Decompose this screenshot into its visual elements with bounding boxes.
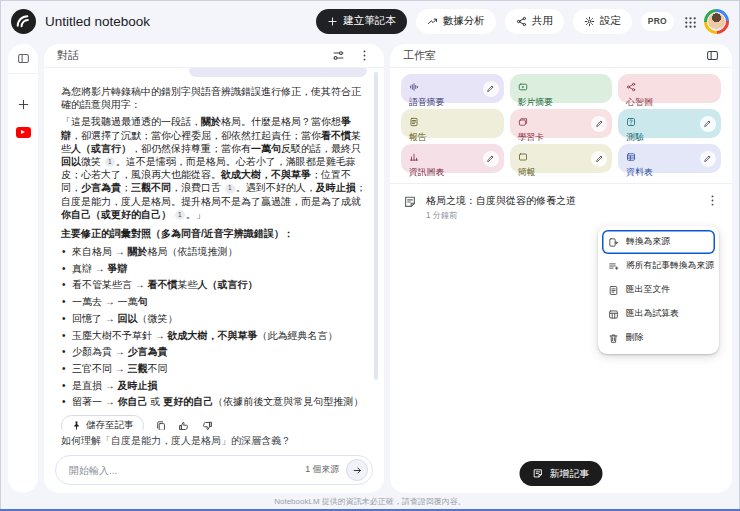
corrected-term: 關於	[128, 246, 148, 257]
kebab-icon	[706, 194, 719, 207]
correction-item: 看不管某些言 → 看不慣某些人（或言行）	[61, 278, 367, 291]
text-segment: ，卻選擇了沉默；當你心裡委屈，卻依然扛起責任；當你	[71, 130, 321, 141]
correction-item: 一萬去 → 一萬句	[61, 295, 367, 308]
studio-card-video-overview[interactable]: 影片摘要	[510, 74, 613, 103]
card-label: 資訊圖表	[409, 167, 496, 179]
create-notebook-button[interactable]: 建立筆記本	[316, 9, 407, 34]
add-source-icon[interactable]	[17, 98, 30, 111]
user-avatar[interactable]	[704, 9, 729, 34]
text-segment: 看不管某些言 →	[72, 279, 148, 290]
edit-audio-overview-button[interactable]	[483, 81, 499, 97]
pencil-icon	[595, 154, 604, 163]
avatar-photo	[707, 12, 726, 31]
chat-more-menu-icon[interactable]	[358, 49, 371, 62]
thumbs-down-button[interactable]	[201, 420, 213, 430]
edit-data-table-button[interactable]	[700, 151, 716, 167]
card-label: 簡報	[518, 167, 605, 179]
menu-item-export-to-docs[interactable]: 匯出至文件	[602, 278, 715, 302]
correction-item: 是直損 → 及時止損	[61, 379, 367, 392]
edit-slides-button[interactable]	[591, 151, 607, 167]
citation-chip[interactable]: 1	[175, 210, 185, 220]
note-more-menu-button[interactable]	[706, 194, 719, 207]
studio-card-infographic[interactable]: 資訊圖表	[401, 144, 504, 173]
citation-chip[interactable]: 1	[105, 157, 115, 167]
text-segment: 來自格局 →	[72, 246, 128, 257]
google-apps-grid-button[interactable]	[683, 15, 695, 27]
convert-all-icon	[608, 261, 619, 272]
text-segment: 反駁的話，最終只	[281, 143, 361, 154]
thumbs-down-icon	[201, 420, 213, 430]
studio-actions-grid: 語音摘要影片摘要心智圖報告學習卡測驗資訊圖表簡報資料表	[390, 68, 732, 184]
studio-card-mindmap[interactable]: 心智圖	[618, 74, 721, 103]
note-list-item[interactable]: 格局之境：自度與從容的修養之道 1 分鐘前	[390, 184, 732, 229]
studio-card-slides[interactable]: 簡報	[510, 144, 613, 173]
correction-item: 來自格局 → 關於格局（依語境推測）	[61, 245, 367, 258]
menu-item-export-to-sheets[interactable]: 匯出為試算表	[602, 302, 715, 326]
correction-item: 回憶了 → 回以（微笑）	[61, 312, 367, 325]
rail-divider	[8, 73, 38, 74]
video-icon	[518, 82, 528, 92]
corrected-term: 及時止損	[118, 380, 158, 391]
suggested-question-chip[interactable]: 如何理解「自度是能力，度人是格局」的深層含義？	[44, 430, 384, 455]
corrected-term: 看不慣	[321, 130, 351, 141]
settings-button[interactable]: 設定	[573, 9, 632, 34]
text-segment: 格局（依語境推測）	[148, 246, 238, 257]
add-note-button[interactable]: 新增記事	[520, 461, 603, 486]
chat-input-row: 1 個來源	[55, 455, 373, 485]
studio-card-quiz[interactable]: 測驗	[618, 109, 721, 138]
card-label: 報告	[409, 132, 496, 144]
share-button[interactable]: 共用	[505, 9, 564, 34]
studio-panel: 工作室 語音摘要影片摘要心智圖報告學習卡測驗資訊圖表簡報資料表 格局之境：自度與…	[390, 44, 732, 493]
text-segment: 某些	[178, 279, 198, 290]
corrected-term: 欲成大樹，不與草爭	[221, 169, 311, 180]
note-icon	[403, 195, 417, 209]
text-segment: 。」	[186, 209, 206, 220]
text-segment: （依據前後文意與常見句型推測）	[213, 396, 363, 407]
studio-panel-header: 工作室	[390, 44, 732, 68]
corrected-term: 少言為貴	[81, 182, 121, 193]
text-segment: 三官不同 →	[72, 363, 128, 374]
studio-card-data-table[interactable]: 資料表	[618, 144, 721, 173]
corrected-term: 人（或言行）	[71, 143, 131, 154]
studio-card-audio-overview[interactable]: 語音摘要	[401, 74, 504, 103]
pin-icon	[71, 420, 82, 430]
edit-infographic-button[interactable]	[483, 151, 499, 167]
youtube-source-icon[interactable]	[16, 127, 31, 138]
chat-input[interactable]	[69, 465, 298, 476]
disclaimer-text: NotebookLM 提供的資訊未必正確，請查證回覆內容。	[0, 496, 740, 507]
corrected-term: 少言為貴	[128, 346, 168, 357]
collapse-studio-panel-icon[interactable]	[706, 49, 719, 62]
copy-button[interactable]	[155, 420, 167, 430]
notebook-title: Untitled notebook	[45, 14, 150, 29]
studio-card-report[interactable]: 報告	[401, 109, 504, 138]
chat-scrollbar[interactable]	[374, 72, 378, 380]
corrected-term: 及時止損	[316, 182, 356, 193]
corrected-term: 看不慣	[148, 279, 178, 290]
menu-item-convert-to-source[interactable]: 轉換為來源	[602, 230, 715, 254]
studio-panel-title: 工作室	[403, 48, 436, 63]
edit-flashcards-button[interactable]	[591, 116, 607, 132]
save-to-note-button[interactable]: 儲存至記事	[61, 415, 144, 430]
note-context-menu: 轉換為來源將所有記事轉換為來源匯出至文件匯出為試算表刪除	[598, 226, 719, 354]
menu-item-convert-all-notes[interactable]: 將所有記事轉換為來源	[602, 254, 715, 278]
edit-quiz-button[interactable]	[700, 116, 716, 132]
correction-item: 玉塵大樹不予草針 → 欲成大樹，不與草爭（此為經典名言）	[61, 329, 367, 342]
waveform-icon	[409, 82, 419, 92]
text-segment: 是直損 →	[72, 380, 118, 391]
correction-item: 少顏為貴 → 少言為貴	[61, 345, 367, 358]
correction-item: 三官不同 → 三觀不同	[61, 362, 367, 375]
citation-chip[interactable]: 1	[225, 184, 235, 194]
chat-settings-icon[interactable]	[332, 49, 345, 62]
menu-item-delete[interactable]: 刪除	[602, 326, 715, 350]
send-button[interactable]	[346, 459, 368, 481]
analytics-button[interactable]: 數據分析	[416, 9, 496, 34]
pencil-icon	[595, 119, 604, 128]
notebooklm-logo-icon	[11, 9, 36, 34]
correction-item: 真辯 → 爭辯	[61, 262, 367, 275]
corrected-term: 爭辯	[108, 263, 128, 274]
studio-card-flashcards[interactable]: 學習卡	[510, 109, 613, 138]
expand-sources-panel-icon[interactable]	[17, 52, 30, 65]
correction-item: 留著一 → 你自己 或 更好的自己（依據前後文意與常見句型推測）	[61, 395, 367, 408]
thumbs-up-button[interactable]	[178, 420, 190, 430]
text-segment: 不同	[148, 363, 168, 374]
